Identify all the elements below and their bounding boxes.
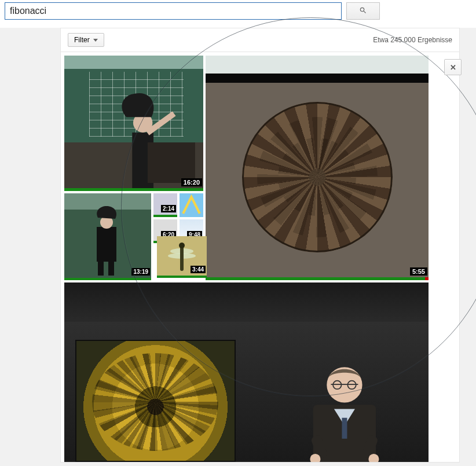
svg-point-25	[179, 243, 185, 248]
search-icon	[359, 6, 367, 16]
progress-bar	[206, 277, 429, 280]
progress-bar	[157, 276, 207, 278]
thumbnail-image	[180, 193, 203, 217]
thumbnail-image	[64, 56, 203, 191]
close-button[interactable]: ✕	[444, 59, 462, 75]
video-thumbnail[interactable]	[64, 282, 429, 462]
thumbnail-grid: 16:20 5:55	[61, 56, 452, 462]
close-icon: ✕	[450, 63, 456, 72]
svg-rect-15	[331, 384, 358, 385]
progress-bar	[64, 278, 151, 280]
filter-label: Filter	[74, 36, 90, 44]
video-thumbnail[interactable]: 13:19	[64, 193, 151, 280]
chevron-down-icon	[93, 39, 98, 42]
progress-bar	[153, 215, 177, 217]
svg-rect-10	[108, 260, 114, 276]
duration-badge: 2:14	[161, 205, 176, 212]
results-panel: Filter Etwa 245.000 Ergebnisse ✕	[60, 28, 460, 463]
result-grid-area: ✕	[61, 52, 459, 462]
sunflower-graphic	[75, 340, 236, 462]
results-count: Etwa 245.000 Ergebnisse	[373, 36, 452, 44]
page-body: Filter Etwa 245.000 Ergebnisse ✕	[0, 28, 476, 463]
video-thumbnail[interactable]: 5:55	[206, 56, 429, 280]
progress-bar	[64, 188, 203, 191]
thumbnail-image	[64, 282, 429, 322]
video-thumbnail[interactable]: 3:44	[157, 236, 207, 278]
search-input[interactable]	[5, 2, 342, 20]
search-bar	[0, 0, 476, 28]
thumbnail-image	[64, 193, 151, 280]
svg-rect-7	[97, 227, 116, 262]
video-thumbnail[interactable]: 2:14	[153, 193, 177, 217]
filter-button[interactable]: Filter	[68, 33, 104, 47]
search-button[interactable]	[346, 2, 380, 20]
svg-rect-24	[180, 245, 184, 271]
results-header: Filter Etwa 245.000 Ergebnisse	[61, 28, 459, 52]
duration-badge: 16:20	[181, 178, 202, 186]
duration-badge: 3:44	[191, 266, 206, 273]
person-icon	[283, 347, 407, 462]
duration-badge: 5:55	[410, 267, 427, 276]
svg-rect-9	[98, 260, 104, 276]
video-thumbnail[interactable]: 16:20	[64, 56, 203, 191]
svg-rect-13	[342, 417, 347, 438]
video-thumbnail[interactable]	[180, 193, 203, 217]
duration-badge: 13:19	[131, 268, 150, 276]
thumbnail-image	[206, 56, 429, 280]
